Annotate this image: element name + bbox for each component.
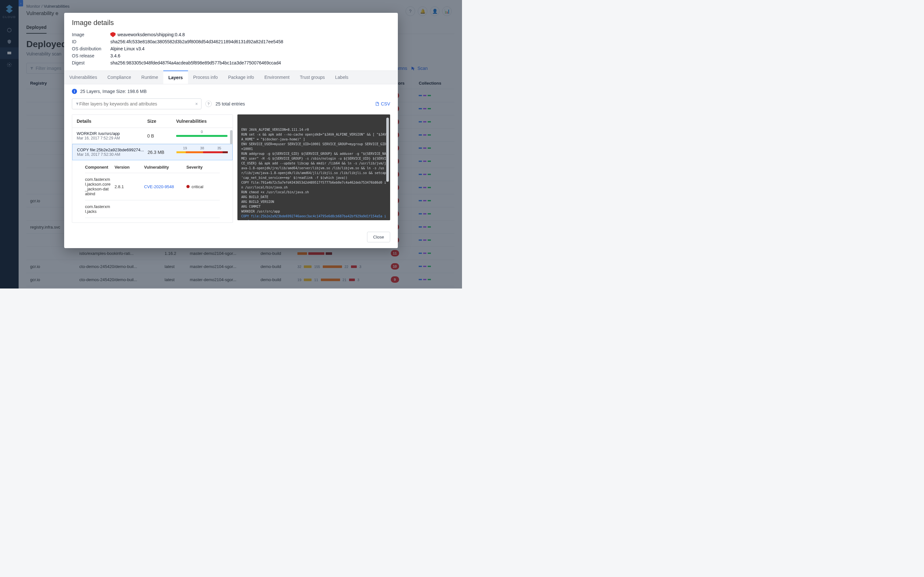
col-vulnerabilities: Vulnerabilities (176, 119, 228, 124)
image-id: sha256:4fc533e8180ac3805582d3b2a9f8008d5… (110, 39, 390, 44)
os-distribution: Alpine Linux v3.4 (110, 46, 390, 51)
shield-icon (110, 32, 115, 37)
tab-trust-groups[interactable]: Trust groups (294, 71, 330, 84)
close-button[interactable]: Close (367, 232, 390, 242)
severity-dot (186, 185, 190, 188)
vuln-bar: 0 (176, 135, 228, 137)
filter-icon (75, 102, 79, 106)
component-table: Component Version Vulnerability Severity… (72, 160, 233, 222)
tab-process-info[interactable]: Process info (188, 71, 223, 84)
digest: sha256:983305c948fded487f4a4acdeab5f898e… (110, 60, 390, 65)
filter-layers-input[interactable]: × (72, 98, 202, 109)
tab-environment[interactable]: Environment (259, 71, 295, 84)
dockerfile-viewer: ENV JAVA_ALPINE_VERSION=8.111.14-r0 RUN … (237, 114, 390, 220)
image-name: weaveworksdemos/shipping:0.4.8 (118, 32, 185, 37)
vuln-bar: 19 38 35 (176, 151, 228, 153)
component-row[interactable]: com.fasterxml.jacks (85, 200, 220, 218)
modal-tabs: VulnerabilitiesComplianceRuntimeLayersPr… (64, 71, 398, 84)
tab-layers[interactable]: Layers (163, 71, 188, 84)
tab-labels[interactable]: Labels (330, 71, 354, 84)
entries-count: 25 total entries (216, 101, 245, 106)
modal-title: Image details (72, 19, 390, 27)
csv-export[interactable]: CSV (375, 101, 390, 106)
tab-runtime[interactable]: Runtime (136, 71, 163, 84)
image-details-modal: Image details Image weaveworksdemos/ship… (64, 13, 398, 248)
tab-compliance[interactable]: Compliance (102, 71, 136, 84)
modal-overlay: Image details Image weaveworksdemos/ship… (0, 0, 462, 288)
highlighted-layer: COPY file:25b2e2a923bde6992746aeec3ac4c1… (241, 214, 386, 220)
cve-link[interactable]: CVE-2020-9548 (144, 184, 183, 189)
layers-list: Details Size Vulnerabilities WORKDIR /us… (72, 114, 233, 223)
layer-row[interactable]: WORKDIR /usr/src/app Mar 16, 2017 7:52:2… (72, 128, 233, 144)
os-release: 3.4.6 (110, 53, 390, 58)
layer-row-selected[interactable]: COPY file:25b2e2a923bde699274... Mar 16,… (72, 144, 233, 160)
layers-info: 25 Layers, Image Size: 198.6 MB (80, 89, 147, 94)
clear-icon[interactable]: × (195, 101, 198, 106)
help-icon[interactable]: ? (205, 101, 212, 107)
component-row[interactable]: com.fasterxml.jackson.core_jackson-datab… (85, 173, 220, 200)
info-icon: i (72, 89, 77, 94)
col-size: Size (147, 119, 176, 124)
tab-package-info[interactable]: Package info (223, 71, 259, 84)
export-icon (375, 102, 380, 106)
tab-vulnerabilities[interactable]: Vulnerabilities (64, 71, 102, 84)
col-details: Details (77, 119, 147, 124)
